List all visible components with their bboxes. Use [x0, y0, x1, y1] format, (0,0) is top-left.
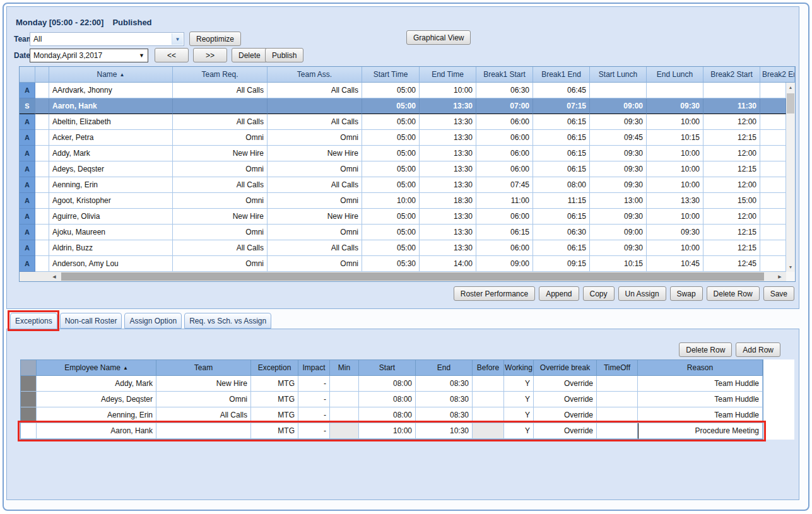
roster-cell[interactable]: 13:30 [420, 130, 476, 146]
roster-cell[interactable]: 13:30 [420, 225, 476, 240]
roster-cell[interactable]: 10:15 [590, 256, 647, 272]
roster-row[interactable]: AAjoku, MaureenOmniOmni05:0013:3006:1506… [20, 225, 795, 240]
exception-cell[interactable] [597, 423, 638, 439]
roster-cell[interactable]: Aldrin, Buzz [49, 240, 173, 256]
exception-cell[interactable]: 10:00 [359, 423, 416, 439]
roster-cell[interactable]: Aenning, Erin [49, 177, 173, 193]
roster-cell[interactable] [760, 114, 786, 130]
roster-cell[interactable]: 10:15 [647, 130, 703, 146]
roster-cell[interactable]: 06:00 [476, 209, 533, 225]
exception-row[interactable]: Aenning, ErinAll CallsMTG-08:0008:30YOve… [21, 407, 763, 423]
column-header[interactable]: Min [330, 360, 359, 376]
roster-cell[interactable]: Omni [173, 161, 268, 177]
roster-cell[interactable]: 06:00 [476, 240, 533, 256]
column-header[interactable]: Working [504, 360, 534, 376]
roster-row[interactable]: AAgoot, KristopherOmniOmni10:0018:3011:0… [20, 193, 795, 209]
roster-cell[interactable]: 13:00 [590, 193, 647, 209]
roster-cell[interactable]: Acker, Petra [49, 130, 173, 146]
exception-row[interactable]: Addy, MarkNew HireMTG-08:0008:30YOverrid… [21, 376, 763, 392]
roster-cell[interactable]: 07:45 [476, 177, 533, 193]
roster-cell[interactable]: 05:00 [362, 130, 420, 146]
vertical-scrollbar[interactable]: ▲ ▼ [786, 83, 795, 272]
roster-cell[interactable]: 09:00 [476, 256, 533, 272]
row-indicator-cell[interactable] [21, 423, 37, 439]
status-cell[interactable]: S [20, 98, 35, 114]
roster-cell[interactable]: 09:30 [590, 146, 647, 161]
exception-cell[interactable]: 08:00 [359, 407, 416, 423]
roster-row[interactable]: AAbeltin, ElizabethAll CallsAll Calls05:… [20, 114, 795, 130]
roster-cell[interactable]: 05:00 [362, 146, 420, 161]
roster-cell[interactable]: Omni [173, 130, 268, 146]
roster-row[interactable]: AAArdvark, JhonnyAll CallsAll Calls05:00… [20, 83, 795, 98]
roster-cell[interactable]: 08:00 [533, 177, 590, 193]
team-select[interactable]: All ▼ [30, 32, 184, 46]
roster-row[interactable]: AAnderson, Amy LouOmniOmni05:3014:0009:0… [20, 256, 795, 272]
exception-cell[interactable]: Aaron, Hank [37, 423, 156, 439]
roster-row[interactable]: AAddy, MarkNew HireNew Hire05:0013:3006:… [20, 146, 795, 161]
roster-cell[interactable]: 06:15 [533, 130, 590, 146]
roster-cell[interactable]: Omni [268, 130, 362, 146]
roster-cell[interactable]: 09:30 [590, 177, 647, 193]
roster-cell[interactable] [760, 225, 786, 240]
exception-cell[interactable]: 08:30 [416, 392, 473, 407]
roster-cell[interactable]: 13:30 [420, 98, 476, 114]
roster-cell[interactable]: New Hire [268, 209, 362, 225]
roster-cell[interactable]: 07:00 [476, 98, 533, 114]
roster-cell[interactable]: 09:30 [590, 114, 647, 130]
publish-button[interactable]: Publish [265, 48, 303, 62]
roster-cell[interactable]: 09:45 [590, 130, 647, 146]
roster-cell[interactable]: Agoot, Kristopher [49, 193, 173, 209]
roster-row[interactable]: AAcker, PetraOmniOmni05:0013:3006:0006:1… [20, 130, 795, 146]
roster-cell[interactable]: 11:15 [533, 193, 590, 209]
roster-cell[interactable]: 10:00 [647, 146, 703, 161]
roster-cell[interactable]: 06:00 [476, 161, 533, 177]
roster-cell[interactable]: 06:00 [476, 146, 533, 161]
exception-cell[interactable]: Override [534, 407, 597, 423]
status-cell[interactable]: A [20, 225, 35, 240]
exception-cell[interactable] [330, 423, 359, 439]
exception-cell[interactable]: Team Huddle [638, 407, 763, 423]
delete-row-button[interactable]: Delete Row [707, 286, 760, 301]
roster-cell[interactable]: 06:15 [533, 209, 590, 225]
row-blank-cell[interactable] [35, 161, 49, 177]
exception-cell[interactable]: 08:00 [359, 392, 416, 407]
roster-cell[interactable] [760, 240, 786, 256]
row-blank-cell[interactable] [35, 98, 49, 114]
roster-cell[interactable] [647, 83, 703, 98]
roster-cell[interactable]: 13:30 [420, 114, 476, 130]
roster-cell[interactable]: 10:00 [647, 209, 703, 225]
column-header[interactable]: End Time [420, 67, 476, 83]
roster-cell[interactable] [760, 209, 786, 225]
roster-cell[interactable]: Anderson, Amy Lou [49, 256, 173, 272]
status-cell[interactable]: A [20, 193, 35, 209]
roster-cell[interactable]: 05:00 [362, 83, 420, 98]
status-cell[interactable]: A [20, 83, 35, 98]
exception-cell[interactable]: 10:30 [416, 423, 473, 439]
column-header[interactable]: Break2 Start [703, 67, 760, 83]
roster-cell[interactable]: Aaron, Hank [49, 98, 173, 114]
roster-cell[interactable]: 10:00 [420, 83, 476, 98]
roster-cell[interactable]: 10:45 [647, 256, 703, 272]
exception-cell[interactable] [330, 392, 359, 407]
roster-cell[interactable]: 14:00 [420, 256, 476, 272]
column-header[interactable]: Break1 End [533, 67, 590, 83]
roster-cell[interactable]: 06:30 [533, 225, 590, 240]
roster-cell[interactable]: 13:30 [420, 177, 476, 193]
exception-cell[interactable]: Addy, Mark [37, 376, 156, 392]
roster-cell[interactable] [760, 177, 786, 193]
roster-cell[interactable]: 09:00 [590, 98, 647, 114]
exception-cell[interactable]: - [298, 376, 330, 392]
scroll-right-icon[interactable]: ▶ [775, 272, 785, 281]
exception-cell[interactable]: Team Huddle [638, 392, 763, 407]
column-header[interactable] [35, 67, 49, 83]
row-blank-cell[interactable] [35, 83, 49, 98]
save-button[interactable]: Save [763, 286, 794, 301]
roster-cell[interactable]: 13:30 [420, 161, 476, 177]
status-cell[interactable]: A [20, 256, 35, 272]
date-select[interactable]: Monday,April 3,2017 ▼ [30, 49, 148, 62]
roster-cell[interactable]: Aguirre, Olivia [49, 209, 173, 225]
row-indicator-cell[interactable] [21, 376, 37, 392]
exception-row[interactable]: Adeys, DeqsterOmniMTG-08:0008:30YOverrid… [21, 392, 763, 407]
column-header[interactable]: TimeOff [597, 360, 638, 376]
column-header[interactable]: Team Req. [173, 67, 268, 83]
